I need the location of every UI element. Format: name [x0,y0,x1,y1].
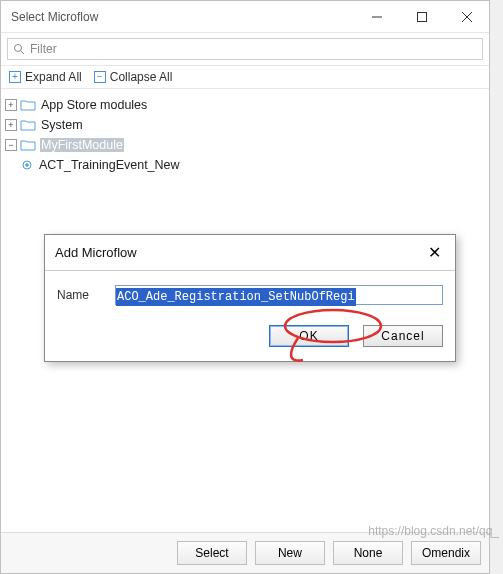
svg-point-4 [15,45,22,52]
window-buttons [354,1,489,32]
folder-icon [20,119,36,131]
expand-icon[interactable]: + [5,119,17,131]
expand-all-label: Expand All [25,70,82,84]
minimize-button[interactable] [354,1,399,32]
name-row: Name ACO_Ade_Registration_SetNubOfRegi [57,285,443,305]
minus-icon: − [94,71,106,83]
modal-close-button[interactable]: ✕ [424,243,445,262]
filter-row [1,33,489,66]
last-button[interactable]: Omendix [411,541,481,565]
titlebar: Select Microflow [1,1,489,33]
expand-collapse-row: + Expand All − Collapse All [1,66,489,89]
modal-buttons: OK Cancel [45,315,455,361]
filter-input[interactable] [30,42,477,56]
tree-row[interactable]: + System [5,115,485,135]
svg-line-5 [21,51,24,54]
select-button[interactable]: Select [177,541,247,565]
folder-icon [20,139,36,151]
microflow-icon [20,159,34,171]
dialog-footer: Select New None Omendix [1,532,489,573]
tree-item-label: System [40,118,84,132]
tree-row[interactable]: ACT_TrainingEvent_New [5,155,485,175]
expand-icon[interactable]: + [5,99,17,111]
filter-box[interactable] [7,38,483,60]
watermark-text: https://blog.csdn.net/qq_ [368,524,499,538]
collapse-icon[interactable]: − [5,139,17,151]
svg-rect-1 [417,12,426,21]
window-title: Select Microflow [1,10,354,24]
add-microflow-dialog: Add Microflow ✕ Name ACO_Ade_Registratio… [44,234,456,362]
collapse-all-button[interactable]: − Collapse All [94,70,173,84]
cancel-button[interactable]: Cancel [363,325,443,347]
modal-body: Name ACO_Ade_Registration_SetNubOfRegi [45,271,455,315]
tree-row[interactable]: + App Store modules [5,95,485,115]
tree-item-label: App Store modules [40,98,148,112]
modal-title: Add Microflow [55,245,424,260]
tree-item-label: MyFirstModule [40,138,124,152]
close-button[interactable] [444,1,489,32]
tree-item-label: ACT_TrainingEvent_New [38,158,181,172]
ok-button[interactable]: OK [269,325,349,347]
new-button[interactable]: New [255,541,325,565]
expand-all-button[interactable]: + Expand All [9,70,82,84]
plus-icon: + [9,71,21,83]
tree-row[interactable]: − MyFirstModule [5,135,485,155]
name-label: Name [57,288,105,302]
name-input-value: ACO_Ade_Registration_SetNubOfRegi [116,288,356,306]
modal-titlebar: Add Microflow ✕ [45,235,455,271]
collapse-all-label: Collapse All [110,70,173,84]
folder-icon [20,99,36,111]
name-input[interactable]: ACO_Ade_Registration_SetNubOfRegi [115,285,443,305]
search-icon [13,43,25,55]
none-button[interactable]: None [333,541,403,565]
maximize-button[interactable] [399,1,444,32]
watermark: https://blog.csdn.net/qq_ [368,524,499,538]
